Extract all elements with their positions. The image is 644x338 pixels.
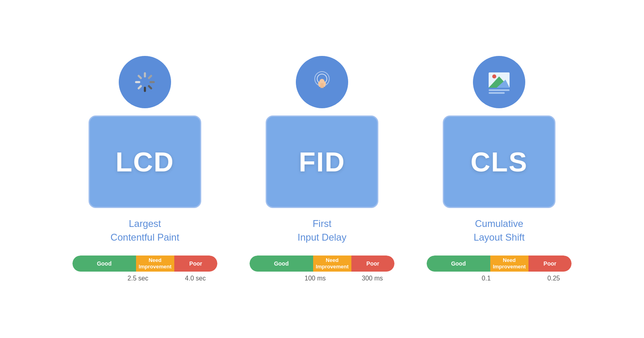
svg-rect-22: [489, 92, 505, 94]
fid-bar-good: Good: [250, 256, 313, 272]
lcp-thresholds: 2.5 sec 4.0 sec: [72, 275, 217, 282]
svg-point-18: [492, 74, 496, 78]
lcp-bar-poor: Poor: [174, 256, 217, 272]
svg-line-5: [138, 86, 141, 89]
cls-bar-good: Good: [427, 256, 490, 272]
fid-bar: Good NeedImprovement Poor: [250, 256, 394, 272]
lcp-threshold-2: 4.0 sec: [185, 275, 206, 282]
fid-icon-circle: [296, 56, 348, 108]
cls-bar-poor: Poor: [528, 256, 572, 272]
fid-bar-need: NeedImprovement: [313, 256, 351, 272]
lcp-acronym: LCD: [116, 146, 174, 177]
cls-threshold-2: 0.25: [547, 275, 560, 282]
lcp-name: Largest Contentful Paint: [111, 217, 180, 244]
spinner-icon: [130, 68, 159, 97]
touch-icon: [308, 68, 336, 97]
fid-card: FID First Input Delay Good NeedImproveme…: [250, 56, 394, 282]
cls-card: CLS Cumulative Layout Shift Good NeedImp…: [427, 56, 572, 282]
lcp-card: LCD Largest Contentful Paint Good NeedIm…: [72, 56, 217, 282]
cls-rating: Good NeedImprovement Poor 0.1 0.25: [427, 256, 572, 282]
fid-threshold-2: 300 ms: [362, 275, 383, 282]
fid-thresholds: 100 ms 300 ms: [250, 275, 394, 282]
fid-name: First Input Delay: [297, 217, 346, 244]
fid-acronym-box: FID: [266, 115, 378, 208]
fid-bar-poor: Poor: [351, 256, 394, 272]
lcp-bar-need: NeedImprovement: [136, 256, 174, 272]
lcp-icon-circle: [119, 56, 171, 108]
lcp-acronym-box: LCD: [89, 115, 201, 208]
lcp-bar: Good NeedImprovement Poor: [72, 256, 217, 272]
fid-rating: Good NeedImprovement Poor 100 ms 300 ms: [250, 256, 394, 282]
svg-line-3: [149, 86, 151, 89]
svg-line-1: [149, 76, 151, 78]
svg-line-7: [138, 76, 141, 78]
lcp-threshold-1: 2.5 sec: [128, 275, 149, 282]
lcp-bar-good: Good: [72, 256, 136, 272]
cls-acronym-box: CLS: [443, 115, 555, 208]
fid-threshold-1: 100 ms: [305, 275, 326, 282]
cls-thresholds: 0.1 0.25: [427, 275, 572, 282]
svg-rect-15: [322, 83, 324, 88]
image-icon: [485, 68, 514, 97]
svg-rect-14: [320, 83, 322, 88]
cls-acronym: CLS: [471, 146, 528, 177]
svg-rect-21: [489, 89, 510, 91]
lcp-rating: Good NeedImprovement Poor 2.5 sec 4.0 se…: [72, 256, 217, 282]
cls-threshold-1: 0.1: [482, 275, 491, 282]
fid-acronym: FID: [299, 146, 345, 177]
cls-bar: Good NeedImprovement Poor: [427, 256, 572, 272]
main-container: LCD Largest Contentful Paint Good NeedIm…: [48, 40, 596, 298]
cls-bar-need: NeedImprovement: [490, 256, 528, 272]
cls-icon-circle: [473, 56, 525, 108]
cls-name: Cumulative Layout Shift: [474, 217, 525, 244]
